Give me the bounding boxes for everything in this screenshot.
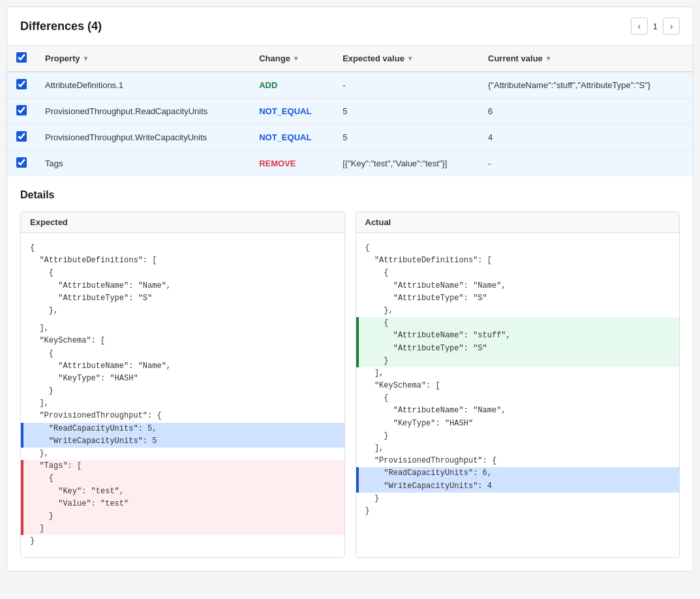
actual-panel-title: Actual (356, 212, 680, 233)
code-line: } (21, 535, 344, 547)
code-line: "AttributeDefinitions": [ (21, 254, 344, 267)
code-line: } (356, 493, 680, 505)
code-line: "Key": "test", (21, 485, 344, 498)
code-line: } (356, 430, 680, 442)
code-line: "Tags": [ (21, 460, 344, 472)
current-value-cell: {"AttributeName":"stuff","AttributeType"… (479, 72, 693, 99)
property-column-header[interactable]: Property ▼ (36, 46, 250, 72)
code-line: "KeyType": "HASH" (21, 373, 344, 385)
code-line: }, (21, 448, 344, 460)
code-line: "KeyType": "HASH" (356, 418, 680, 430)
code-line: ], (21, 397, 344, 410)
code-line: "AttributeName": "Name", (356, 405, 680, 417)
code-line: "AttributeDefinitions": [ (356, 254, 680, 267)
code-line: } (356, 505, 680, 517)
code-line: "AttributeName": "Name", (21, 280, 344, 292)
change-badge: REMOVE (259, 159, 296, 168)
row-checkbox-cell[interactable] (7, 72, 36, 99)
code-line: "WriteCapacityUnits": 5 (21, 435, 344, 448)
change-cell: NOT_EQUAL (250, 125, 333, 151)
code-line: } (21, 385, 344, 397)
row-checkbox[interactable] (16, 79, 27, 89)
page-number: 1 (653, 22, 658, 31)
code-line: "AttributeType": "S" (356, 343, 680, 355)
expected-value-cell: 5 (333, 125, 479, 151)
row-checkbox-cell[interactable] (7, 99, 36, 125)
actual-panel: Actual { "AttributeDefinitions": [ { "At… (356, 211, 680, 558)
code-line: "ReadCapacityUnits": 5, (21, 423, 344, 435)
code-line: ], (356, 367, 680, 380)
row-checkbox[interactable] (16, 105, 27, 115)
code-line: { (21, 242, 344, 254)
current-value-cell: - (479, 151, 693, 177)
code-line: { (356, 317, 680, 330)
code-line (21, 317, 344, 322)
details-section: Details Expected { "AttributeDefinitions… (7, 176, 693, 571)
expected-column-header[interactable]: Expected value ▼ (333, 46, 479, 72)
code-line: ], (356, 442, 680, 455)
next-page-button[interactable]: › (663, 18, 680, 35)
code-line: "AttributeName": "Name", (356, 280, 680, 292)
code-line: "AttributeType": "S" (21, 292, 344, 305)
code-line: { (21, 472, 344, 485)
change-cell: ADD (250, 72, 333, 99)
code-line: "KeySchema": [ (356, 380, 680, 392)
expected-code-body: { "AttributeDefinitions": [ { "Attribute… (21, 233, 344, 557)
expected-sort-icon: ▼ (407, 55, 414, 62)
property-cell: AttributeDefinitions.1 (36, 72, 250, 99)
code-line: "AttributeType": "S" (356, 292, 680, 305)
select-all-checkbox[interactable] (16, 52, 27, 63)
differences-header: Differences (4) ‹ 1 › (7, 7, 693, 46)
code-line: "WriteCapacityUnits": 4 (356, 480, 680, 493)
change-badge: NOT_EQUAL (259, 132, 311, 142)
prev-page-button[interactable]: ‹ (631, 18, 648, 35)
code-line: ], (21, 322, 344, 335)
row-checkbox-cell[interactable] (7, 151, 36, 177)
current-value-cell: 4 (479, 125, 693, 151)
details-title: Details (20, 189, 680, 201)
code-line: { (356, 267, 680, 279)
code-line: { (21, 348, 344, 360)
property-cell: Tags (36, 151, 250, 177)
change-column-header[interactable]: Change ▼ (250, 46, 333, 72)
change-cell: REMOVE (250, 151, 333, 177)
code-line: }, (21, 305, 344, 317)
table-header-row: Property ▼ Change ▼ Expected value ▼ (7, 46, 693, 72)
property-cell: ProvisionedThroughput.WriteCapacityUnits (36, 125, 250, 151)
code-line: { (356, 392, 680, 405)
code-line: "KeySchema": [ (21, 335, 344, 347)
code-line: "ProvisionedThroughput": { (21, 410, 344, 422)
differences-table: Property ▼ Change ▼ Expected value ▼ (7, 46, 693, 176)
table-row: TagsREMOVE[{"Key":"test","Value":"test"}… (7, 151, 693, 177)
current-value-cell: 6 (479, 99, 693, 125)
change-badge: ADD (259, 80, 277, 90)
expected-value-cell: 5 (333, 99, 479, 125)
select-all-checkbox-header[interactable] (7, 46, 36, 72)
code-line: "Value": "test" (21, 498, 344, 510)
code-panels: Expected { "AttributeDefinitions": [ { "… (20, 211, 680, 558)
expected-panel-title: Expected (21, 212, 344, 233)
row-checkbox-cell[interactable] (7, 125, 36, 151)
expected-value-cell: [{"Key":"test","Value":"test"}] (333, 151, 479, 177)
expected-panel: Expected { "AttributeDefinitions": [ { "… (20, 211, 345, 558)
code-line: { (21, 267, 344, 279)
code-line: "AttributeName": "Name", (21, 360, 344, 373)
current-sort-icon: ▼ (545, 55, 552, 62)
code-line: } (356, 355, 680, 367)
property-cell: ProvisionedThroughput.ReadCapacityUnits (36, 99, 250, 125)
expected-value-cell: - (333, 72, 479, 99)
code-line: } (21, 510, 344, 523)
code-line: "ProvisionedThroughput": { (356, 455, 680, 467)
table-row: ProvisionedThroughput.WriteCapacityUnits… (7, 125, 693, 151)
change-cell: NOT_EQUAL (250, 99, 333, 125)
code-line: "AttributeName": "stuff", (356, 330, 680, 342)
page-title: Differences (4) (20, 20, 102, 33)
pagination-controls: ‹ 1 › (631, 18, 680, 35)
current-column-header[interactable]: Current value ▼ (479, 46, 693, 72)
row-checkbox[interactable] (16, 131, 27, 142)
code-line: ] (21, 523, 344, 535)
code-line: { (356, 242, 680, 254)
table-row: AttributeDefinitions.1ADD-{"AttributeNam… (7, 72, 693, 99)
row-checkbox[interactable] (16, 157, 27, 168)
code-line: }, (356, 305, 680, 317)
